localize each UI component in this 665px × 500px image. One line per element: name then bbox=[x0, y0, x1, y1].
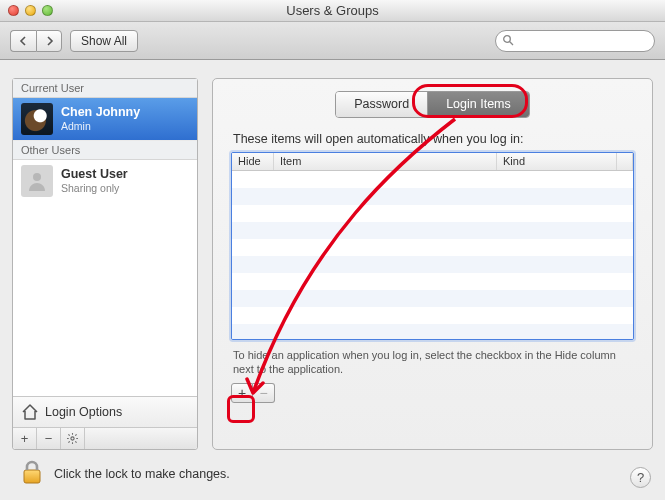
svg-point-0 bbox=[504, 35, 511, 42]
table-row bbox=[232, 205, 633, 222]
sidebar-action-button[interactable] bbox=[61, 428, 85, 449]
col-item[interactable]: Item bbox=[274, 153, 497, 170]
lock-row: Click the lock to make changes. bbox=[20, 459, 230, 488]
svg-point-3 bbox=[71, 437, 74, 440]
user-role: Admin bbox=[61, 120, 140, 132]
tab-password[interactable]: Password bbox=[336, 92, 427, 117]
table-row bbox=[232, 273, 633, 290]
col-corner bbox=[617, 153, 633, 170]
login-items-addremove: + − bbox=[231, 383, 275, 403]
table-header: Hide Item Kind bbox=[232, 153, 633, 171]
show-all-button[interactable]: Show All bbox=[70, 30, 138, 52]
titlebar: Users & Groups bbox=[0, 0, 665, 22]
svg-line-10 bbox=[68, 441, 69, 442]
login-options-label: Login Options bbox=[45, 405, 122, 419]
lock-icon[interactable] bbox=[20, 459, 44, 488]
svg-point-2 bbox=[33, 173, 41, 181]
user-name: Guest User bbox=[61, 168, 128, 182]
table-row bbox=[232, 171, 633, 188]
sidebar-remove-button[interactable]: − bbox=[37, 428, 61, 449]
search-icon bbox=[502, 34, 514, 49]
table-row bbox=[232, 239, 633, 256]
sidebar-header-current: Current User bbox=[13, 79, 197, 98]
svg-rect-12 bbox=[24, 470, 40, 483]
search-wrap bbox=[495, 30, 655, 52]
sidebar-header-other: Other Users bbox=[13, 140, 197, 160]
toolbar: Show All bbox=[0, 22, 665, 60]
table-row bbox=[232, 290, 633, 307]
login-items-add-button[interactable]: + bbox=[231, 383, 253, 403]
right-pane: Password Login Items These items will op… bbox=[212, 78, 653, 450]
table-row bbox=[232, 307, 633, 324]
login-items-remove-button[interactable]: − bbox=[253, 383, 275, 403]
col-kind[interactable]: Kind bbox=[497, 153, 617, 170]
person-silhouette-icon bbox=[25, 169, 49, 193]
svg-line-1 bbox=[510, 41, 513, 44]
chevron-right-icon bbox=[45, 36, 54, 46]
home-icon bbox=[21, 403, 39, 421]
window-title: Users & Groups bbox=[0, 3, 665, 18]
login-options-button[interactable]: Login Options bbox=[13, 396, 197, 427]
login-items-table[interactable]: Hide Item Kind bbox=[231, 152, 634, 340]
tab-login-items[interactable]: Login Items bbox=[427, 92, 529, 117]
col-hide[interactable]: Hide bbox=[232, 153, 274, 170]
users-sidebar: Current User Chen Johnny Admin Other Use… bbox=[12, 78, 198, 450]
sidebar-footer: + − bbox=[13, 427, 197, 449]
user-name: Chen Johnny bbox=[61, 106, 140, 120]
lock-text: Click the lock to make changes. bbox=[54, 467, 230, 481]
table-body bbox=[232, 171, 633, 340]
content: Current User Chen Johnny Admin Other Use… bbox=[0, 60, 665, 500]
chevron-left-icon bbox=[19, 36, 28, 46]
forward-button[interactable] bbox=[36, 30, 62, 52]
avatar bbox=[21, 165, 53, 197]
login-items-hint: To hide an application when you log in, … bbox=[233, 348, 632, 377]
user-role: Sharing only bbox=[61, 182, 128, 194]
svg-line-8 bbox=[68, 434, 69, 435]
sidebar-user-current[interactable]: Chen Johnny Admin bbox=[13, 98, 197, 140]
back-button[interactable] bbox=[10, 30, 36, 52]
table-row bbox=[232, 324, 633, 340]
gear-icon bbox=[66, 432, 79, 445]
login-items-headline: These items will open automatically when… bbox=[233, 132, 632, 146]
tab-bar: Password Login Items bbox=[231, 91, 634, 118]
avatar bbox=[21, 103, 53, 135]
help-button[interactable]: ? bbox=[630, 467, 651, 488]
nav-buttons bbox=[10, 30, 62, 52]
sidebar-add-button[interactable]: + bbox=[13, 428, 37, 449]
svg-line-9 bbox=[75, 441, 76, 442]
table-row bbox=[232, 222, 633, 239]
table-row bbox=[232, 188, 633, 205]
svg-line-11 bbox=[75, 434, 76, 435]
sidebar-user-guest[interactable]: Guest User Sharing only bbox=[13, 160, 197, 202]
table-row bbox=[232, 256, 633, 273]
search-input[interactable] bbox=[495, 30, 655, 52]
